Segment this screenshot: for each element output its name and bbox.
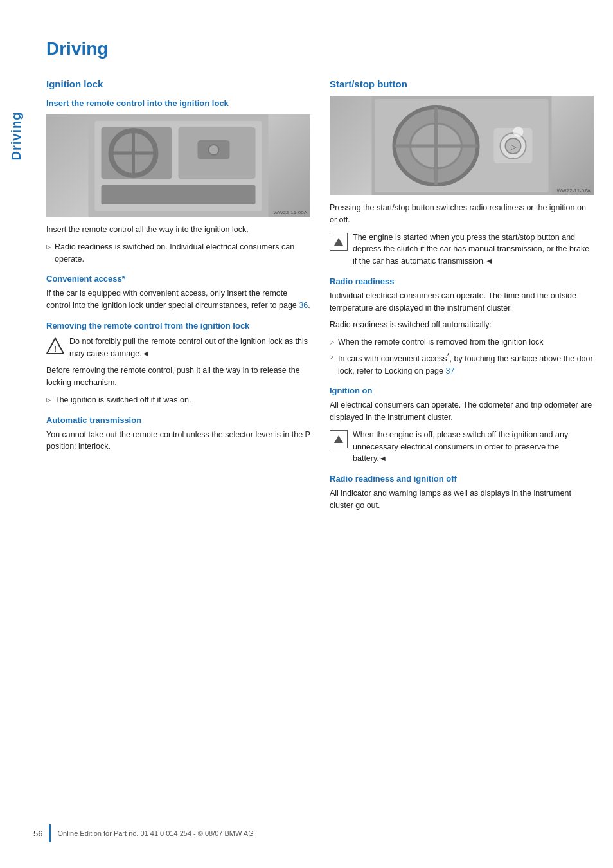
startstop-intro: Pressing the start/stop button switches … xyxy=(330,202,594,226)
svg-point-22 xyxy=(513,127,524,137)
auto-trans-body: You cannot take out the remote control u… xyxy=(46,429,310,453)
startstop-image: ▷ WW22-11-07A xyxy=(330,96,594,195)
bullet-triangle: ▷ xyxy=(330,338,334,347)
image-label-right: WW22-11-07A xyxy=(557,188,591,194)
startstop-svg: ▷ xyxy=(330,96,594,195)
ignition-svg xyxy=(46,114,310,217)
footer-text: Online Edition for Part no. 01 41 0 014 … xyxy=(57,829,253,837)
bullet-text: Radio readiness is switched on. Individu… xyxy=(55,241,310,266)
subsection-title-insert: Insert the remote control into the ignit… xyxy=(46,98,310,108)
subsection-title-auto-trans: Automatic transmission xyxy=(46,415,310,425)
warning-text: Do not forcibly pull the remote control … xyxy=(69,336,310,360)
page-footer: 56 Online Edition for Part no. 01 41 0 0… xyxy=(33,824,613,842)
note-box-2: When the engine is off, please switch of… xyxy=(330,429,594,465)
radio-body1: Individual electrical consumers can oper… xyxy=(330,290,594,314)
note-box-1: The engine is started when you press the… xyxy=(330,231,594,267)
bullet-item: ▷ In cars with convenient access*, by to… xyxy=(330,351,594,377)
page-link-36[interactable]: 36 xyxy=(299,301,308,310)
two-column-layout: Ignition lock Insert the remote control … xyxy=(46,78,594,517)
note-icon-1 xyxy=(330,233,348,251)
subsection-title-radio: Radio readiness xyxy=(330,276,594,286)
sidebar: Driving xyxy=(0,0,33,868)
subsection-title-ignition-on: Ignition on xyxy=(330,386,594,395)
note-triangle-icon-2 xyxy=(334,435,343,443)
warning-icon: ! xyxy=(46,337,64,355)
insert-bullets: ▷ Radio readiness is switched on. Indivi… xyxy=(46,241,310,266)
sidebar-text: Driving xyxy=(10,112,24,161)
svg-text:!: ! xyxy=(54,344,57,354)
image-label-left: WW22-11-00A xyxy=(274,210,307,215)
section-title-ignition: Ignition lock xyxy=(46,78,310,89)
bullet-triangle: ▷ xyxy=(330,353,334,362)
note-triangle-icon xyxy=(334,238,343,246)
main-content: Driving Ignition lock Insert the remote … xyxy=(33,0,613,868)
subsection-title-radio-ignition-off: Radio readiness and ignition off xyxy=(330,474,594,484)
subsection-title-removing: Removing the remote control from the ign… xyxy=(46,321,310,330)
left-column: Ignition lock Insert the remote control … xyxy=(46,78,310,517)
removing-bullets: ▷ The ignition is switched off if it was… xyxy=(46,394,310,406)
bullet-text: In cars with convenient access*, by touc… xyxy=(338,351,594,377)
insert-body1: Insert the remote control all the way in… xyxy=(46,224,310,236)
convenient-body: If the car is equipped with convenient a… xyxy=(46,287,310,312)
subsection-title-convenient: Convenient access* xyxy=(46,274,310,284)
bullet-text: The ignition is switched off if it was o… xyxy=(55,394,191,406)
page-number: 56 xyxy=(33,829,42,838)
sidebar-label: Driving xyxy=(0,129,33,143)
bullet-triangle: ▷ xyxy=(46,396,51,405)
warning-triangle-svg: ! xyxy=(46,337,64,355)
warning-box: ! Do not forcibly pull the remote contro… xyxy=(46,336,310,360)
footer-border xyxy=(49,824,51,842)
note-text-1: The engine is started when you press the… xyxy=(353,231,594,267)
bullet-item: ▷ The ignition is switched off if it was… xyxy=(46,394,310,406)
ignition-lock-image: WW22-11-00A xyxy=(46,114,310,217)
ignition-on-body1: All electrical consumers can operate. Th… xyxy=(330,399,594,424)
dashboard-image-content xyxy=(46,114,310,217)
bullet-item: ▷ Radio readiness is switched on. Indivi… xyxy=(46,241,310,266)
bullet-text: When the remote control is removed from … xyxy=(338,336,544,348)
svg-point-9 xyxy=(209,145,219,155)
section-title-startstop: Start/stop button xyxy=(330,78,594,89)
svg-rect-4 xyxy=(102,185,256,204)
radio-bullets: ▷ When the remote control is removed fro… xyxy=(330,336,594,377)
radio-body2: Radio readiness is switched off automati… xyxy=(330,319,594,331)
startstop-image-content: ▷ xyxy=(330,96,594,195)
note-icon-2 xyxy=(330,430,348,448)
bullet-item: ▷ When the remote control is removed fro… xyxy=(330,336,594,348)
radio-ignition-off-body: All indicator and warning lamps as well … xyxy=(330,487,594,512)
bullet-triangle: ▷ xyxy=(46,243,51,252)
note-text-2: When the engine is off, please switch of… xyxy=(353,429,594,465)
svg-text:▷: ▷ xyxy=(511,143,517,150)
page-link-37[interactable]: 37 xyxy=(445,366,454,375)
page-title: Driving xyxy=(46,39,594,59)
right-column: Start/stop button xyxy=(330,78,594,517)
removing-body1: Before removing the remote control, push… xyxy=(46,365,310,389)
